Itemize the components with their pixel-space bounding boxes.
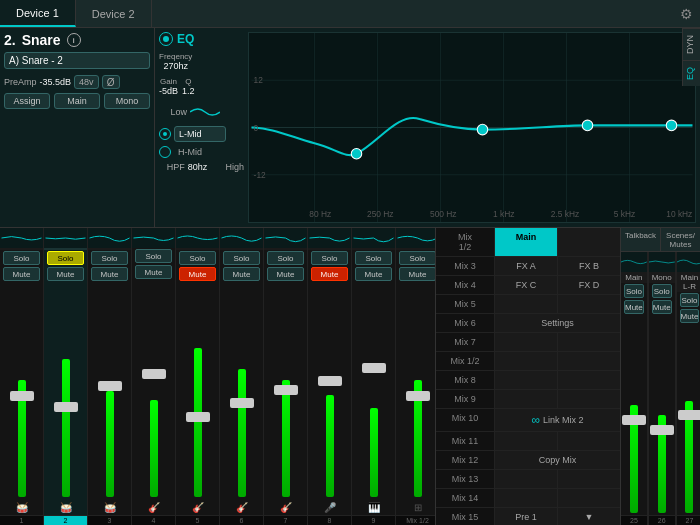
ch-mute-2[interactable]: Mute: [91, 267, 128, 281]
wave-svg-3: [132, 228, 175, 248]
ch-mute-8[interactable]: Mute: [355, 267, 392, 281]
eq-graph[interactable]: 80 Hz 250 Hz 500 Hz 1 kHz 2.5 kHz 5 kHz …: [248, 32, 696, 223]
mono-meter: [649, 315, 675, 515]
eq-tab[interactable]: EQ: [683, 60, 700, 86]
info-icon[interactable]: i: [67, 33, 81, 47]
main-mute[interactable]: Mute: [624, 300, 644, 314]
fader-container-9: [398, 284, 435, 497]
eq-power-btn[interactable]: [159, 32, 173, 46]
ch-number-8: 9: [352, 515, 395, 525]
ch-mute-1[interactable]: Mute: [47, 267, 84, 281]
mainlr-fader[interactable]: [678, 410, 701, 420]
channel-wave-5: [220, 228, 263, 248]
main-solo[interactable]: Solo: [624, 284, 644, 298]
channel-wave-2: [88, 228, 131, 248]
ch-number-5: 6: [220, 515, 263, 525]
ch-solo-7[interactable]: Solo: [311, 251, 348, 265]
ch-mute-7[interactable]: Mute: [311, 267, 348, 281]
ch-solo-0[interactable]: Solo: [3, 251, 40, 265]
ch-fader-7[interactable]: [318, 376, 342, 386]
ch-mute-5[interactable]: Mute: [223, 267, 260, 281]
main-route-btn[interactable]: Main: [495, 228, 557, 256]
mix4-label: Mix 4: [436, 276, 494, 294]
ch-fader-6[interactable]: [274, 385, 298, 395]
ch-fader-2[interactable]: [98, 381, 122, 391]
mix8-col2: [558, 371, 620, 389]
phase-btn[interactable]: Ø: [102, 75, 120, 89]
fxc-btn[interactable]: FX C: [495, 276, 557, 294]
main-meter: [621, 315, 647, 515]
fxa-btn[interactable]: FX A: [495, 257, 557, 275]
eq-lmid-selector[interactable]: L-Mid: [174, 126, 226, 142]
main-btn[interactable]: Main: [54, 93, 100, 109]
mainlr-strip: Main L-R Solo Mute 27: [677, 252, 700, 525]
settings-btn[interactable]: Settings: [495, 314, 620, 332]
eq-hmid-power[interactable]: [159, 146, 171, 158]
fxd-btn[interactable]: FX D: [558, 276, 620, 294]
copy-mix-btn[interactable]: Copy Mix: [495, 451, 620, 469]
channel-strip-8: SoloMute 🎤8: [308, 228, 352, 525]
ch-fader-0[interactable]: [10, 391, 34, 401]
ch-mute-9[interactable]: Mute: [399, 267, 435, 281]
ch-mute-6[interactable]: Mute: [267, 267, 304, 281]
ch-fader-3[interactable]: [142, 369, 166, 379]
ch-fader-5[interactable]: [230, 398, 254, 408]
fader-container-3: [134, 282, 173, 497]
scenes-mutes-btn[interactable]: Scenes/ Mutes: [660, 228, 700, 252]
ch-meter-bar-2: [106, 391, 114, 498]
channel-number: 2.: [4, 32, 16, 48]
pre1-btn[interactable]: Pre 1: [495, 508, 557, 525]
ch-mute-4[interactable]: Mute: [179, 267, 216, 281]
phantom-power-btn[interactable]: 48v: [74, 75, 99, 89]
mix13-label: Mix 13: [436, 470, 494, 488]
ch-icon-9: ⊞: [396, 499, 435, 515]
mix12b-col1: [495, 352, 557, 370]
ch-solo-5[interactable]: Solo: [223, 251, 260, 265]
ch-meter-bar-8: [370, 408, 378, 497]
ch-fader-8[interactable]: [362, 363, 386, 373]
dyn-tab[interactable]: DYN: [683, 28, 700, 60]
svg-text:250 Hz: 250 Hz: [367, 209, 394, 219]
ch-fader-1[interactable]: [54, 402, 78, 412]
ch-icon-3: 🎸: [132, 499, 175, 515]
ch-fader-9[interactable]: [406, 391, 430, 401]
ch-meter-area-0: [0, 282, 43, 499]
ch-fader-4[interactable]: [186, 412, 210, 422]
fxb-btn[interactable]: FX B: [558, 257, 620, 275]
ch-solo-3[interactable]: Solo: [135, 249, 172, 263]
eq-title: EQ: [177, 32, 194, 46]
channel-wave-4: [176, 228, 219, 248]
ch-solo-4[interactable]: Solo: [179, 251, 216, 265]
ch-mute-0[interactable]: Mute: [3, 267, 40, 281]
svg-text:5 kHz: 5 kHz: [614, 209, 635, 219]
svg-point-11: [582, 120, 593, 130]
ch-solo-6[interactable]: Solo: [267, 251, 304, 265]
mono-mute[interactable]: Mute: [652, 300, 672, 314]
talkback-btn[interactable]: Talkback: [621, 228, 660, 252]
ch-solo-1[interactable]: Solo: [47, 251, 84, 265]
eq-lmid-power[interactable]: [159, 128, 171, 140]
ch-solo-8[interactable]: Solo: [355, 251, 392, 265]
device1-tab[interactable]: Device 1: [0, 0, 76, 27]
mono-solo[interactable]: Solo: [652, 284, 672, 298]
device2-tab[interactable]: Device 2: [76, 0, 152, 27]
ch-mute-3[interactable]: Mute: [135, 265, 172, 279]
mono-fader[interactable]: [650, 425, 674, 435]
ch-label-4: [176, 248, 219, 250]
gear-icon[interactable]: ⚙: [672, 0, 700, 28]
mono-btn[interactable]: Mono: [104, 93, 150, 109]
ch-solo-2[interactable]: Solo: [91, 251, 128, 265]
ch-solo-9[interactable]: Solo: [399, 251, 435, 265]
wave-svg-1: [44, 228, 87, 248]
wave-svg-0: [0, 228, 43, 248]
input-select[interactable]: A) Snare - 2: [4, 52, 150, 69]
ch-number-9: Mix 1/2: [396, 515, 435, 525]
mainlr-solo[interactable]: Solo: [680, 293, 700, 307]
mix15-dropdown[interactable]: ▼: [558, 508, 620, 525]
mainlr-mute[interactable]: Mute: [680, 309, 700, 323]
assign-btn[interactable]: Assign: [4, 93, 50, 109]
svg-text:80 Hz: 80 Hz: [309, 209, 331, 219]
ch-number-1: 2: [44, 515, 87, 525]
link-mix-btn[interactable]: ∞ Link Mix 2: [495, 409, 620, 431]
main-fader[interactable]: [622, 415, 646, 425]
